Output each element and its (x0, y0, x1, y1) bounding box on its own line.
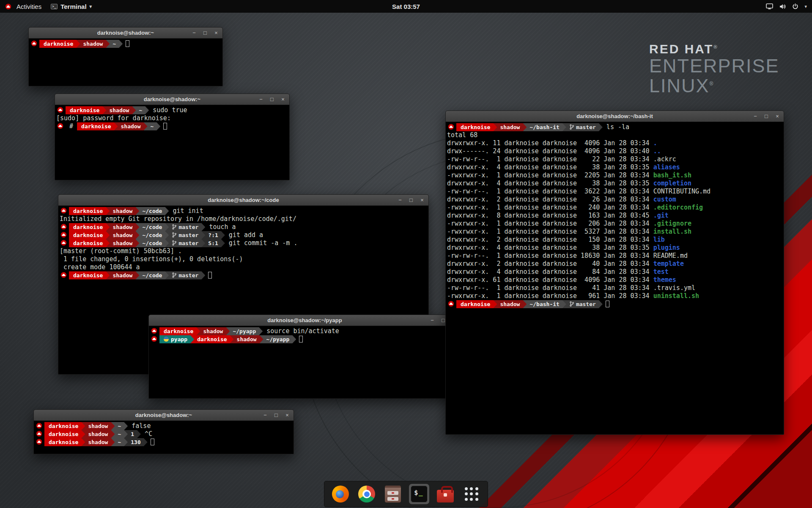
prompt-segment-user: darknoise (44, 438, 85, 446)
minimize-button[interactable]: − (428, 317, 436, 324)
prompt-segment-user: darknoise (69, 239, 110, 247)
terminal-line: darknoiseshadow~ false (35, 422, 292, 430)
redhat-icon (60, 232, 67, 238)
brand-line-1: RED HAT® (649, 42, 779, 56)
prompt-segment-path: ~/code (135, 207, 169, 215)
terminal-text: Initialized empty Git repository in /hom… (60, 215, 296, 223)
prompt-segment-user: darknoise (456, 123, 497, 131)
dock-item-terminal[interactable] (409, 484, 429, 504)
terminal-text: 1 file changed, 0 insertions(+), 0 delet… (60, 255, 243, 263)
titlebar[interactable]: darknoise@shadow:~/bash-it − □ × (446, 111, 784, 122)
prompt-segment-git: master (165, 231, 205, 239)
terminal-text: false (128, 422, 151, 430)
terminal-line: -rwxrwxr-x. 1 darknoise darknoise 2205 J… (447, 171, 782, 179)
terminal-window-home-2: darknoise@shadow:~ − □ × darknoiseshadow… (33, 409, 294, 454)
volume-icon[interactable] (779, 3, 786, 10)
terminal-text: touch a (205, 223, 236, 231)
brand-line-2: ENTERPRISE (649, 56, 779, 76)
prompt-segment-git: master (165, 271, 205, 279)
close-button[interactable]: × (279, 96, 287, 103)
prompt-segment-user: darknoise (44, 422, 85, 430)
terminal-text: source bin/activate (263, 327, 339, 335)
terminal-line: drwx------. 24 darknoise darknoise 4096 … (447, 147, 782, 155)
terminal-text: -rwxrwxr-x. 1 darknoise darknoise 961 Ja… (447, 292, 653, 300)
terminal-line: drwxrwxr-x. 11 darknoise darknoise 4096 … (447, 139, 782, 147)
titlebar[interactable]: darknoise@shadow:~/code − □ × (58, 195, 428, 206)
redhat-icon (57, 123, 63, 129)
terminal-cursor (299, 336, 303, 342)
git-branch-icon (172, 224, 177, 230)
minimize-button[interactable]: − (261, 411, 269, 419)
terminal-content[interactable]: darknoiseshadow~/bash-itmaster ls -latot… (446, 122, 784, 309)
terminal-content[interactable]: darknoiseshadow~/code git initInitialize… (58, 206, 428, 281)
terminal-line: darknoiseshadow~/pyapp source bin/activa… (150, 327, 459, 335)
terminal-text: [sudo] password for darknoise: (56, 114, 175, 122)
titlebar[interactable]: darknoise@shadow:~/pyapp − □ × (149, 315, 461, 326)
maximize-button[interactable]: □ (272, 411, 280, 419)
minimize-button[interactable]: − (257, 96, 265, 103)
terminal-text: drwxrwxr-x. 4 darknoise darknoise 38 Jan… (447, 179, 653, 187)
brand-line-3: LINUX® (649, 76, 779, 96)
prompt-segment-user: darknoise (190, 335, 233, 343)
prompt-segment-host: shadow (81, 430, 115, 438)
terminal-content[interactable]: darknoiseshadow~ (29, 39, 222, 49)
redhat-icon (60, 272, 67, 278)
terminal-content[interactable]: darknoiseshadow~ sudo true[sudo] passwor… (55, 105, 289, 132)
clock[interactable]: Sat 03:57 (0, 3, 812, 10)
close-button[interactable]: × (774, 113, 781, 120)
maximize-button[interactable]: □ (268, 96, 276, 103)
terminal-text: git init (169, 207, 203, 215)
close-button[interactable]: × (283, 411, 291, 419)
terminal-text: completion (653, 179, 691, 187)
maximize-button[interactable]: □ (201, 29, 209, 37)
titlebar[interactable]: darknoise@shadow:~ − □ × (29, 28, 222, 39)
prompt-segment-host: shadow (106, 207, 139, 215)
minimize-button[interactable]: − (752, 113, 759, 120)
prompt-segment-git: master (562, 300, 603, 308)
terminal-line: -rwxrwxr-x. 1 darknoise darknoise 240 Ja… (447, 204, 782, 212)
redhat-icon (60, 207, 67, 214)
terminal-text: themes (653, 276, 676, 284)
terminal-line: create mode 100644 a (60, 263, 427, 271)
prompt-segment-host: shadow (106, 271, 139, 279)
maximize-button[interactable]: □ (407, 196, 415, 204)
terminal-text: -rw-rw-r--. 1 darknoise darknoise 41 Jan… (447, 284, 653, 292)
terminal-content[interactable]: darknoiseshadow~/pyapp source bin/activa… (149, 326, 461, 345)
minimize-button[interactable]: − (396, 196, 404, 204)
dock-item-firefox[interactable] (330, 484, 351, 504)
maximize-button[interactable]: □ (763, 113, 770, 120)
terminal-text: git commit -a -m . (225, 239, 298, 247)
window-title: darknoise@shadow:~ (97, 30, 154, 36)
terminal-cursor (126, 40, 129, 47)
power-icon[interactable] (792, 3, 798, 10)
terminal-text: [master (root-commit) 50bcb63] . (60, 247, 182, 255)
terminal-text: uninstall.sh (653, 292, 699, 300)
terminal-content[interactable]: darknoiseshadow~ falsedarknoiseshadow~1 … (34, 421, 294, 447)
prompt-segment-host: shadow (196, 327, 230, 335)
prompt-segment-path: ~/bash-it (523, 300, 566, 308)
prompt-segment-user: darknoise (77, 122, 118, 130)
chevron-down-icon[interactable]: ▾ (804, 4, 807, 9)
titlebar[interactable]: darknoise@shadow:~ − □ × (55, 94, 289, 105)
toolbox-icon (437, 490, 454, 502)
terminal-line: drwxrwxr-x. 2 darknoise darknoise 40 Jan… (447, 260, 782, 268)
close-button[interactable]: × (418, 196, 426, 204)
display-icon[interactable] (766, 3, 773, 9)
dock-item-toolbox[interactable] (435, 484, 455, 504)
files-icon (385, 486, 401, 502)
terminal-line: -rw-rw-r--. 1 darknoise darknoise 22 Jan… (447, 155, 782, 163)
terminal-text: ^C (141, 430, 152, 438)
dock-item-files[interactable] (383, 484, 403, 504)
prompt-segment-venv: pyapp (159, 335, 194, 343)
minimize-button[interactable]: − (190, 29, 198, 37)
dock-item-chrome[interactable] (357, 484, 377, 504)
terminal-text: drwx------. 24 darknoise darknoise 4096 … (447, 147, 653, 155)
close-button[interactable]: × (212, 29, 220, 37)
terminal-line: drwxrwxr-x. 61 darknoise darknoise 4096 … (447, 276, 782, 284)
titlebar[interactable]: darknoise@shadow:~ − □ × (34, 410, 294, 421)
firefox-icon (332, 486, 349, 502)
terminal-cursor (606, 301, 609, 307)
terminal-window-pyapp: darknoise@shadow:~/pyapp − □ × darknoise… (148, 315, 461, 399)
prompt-segment-user: darknoise (159, 327, 200, 335)
dock-item-showapps[interactable] (461, 484, 482, 504)
